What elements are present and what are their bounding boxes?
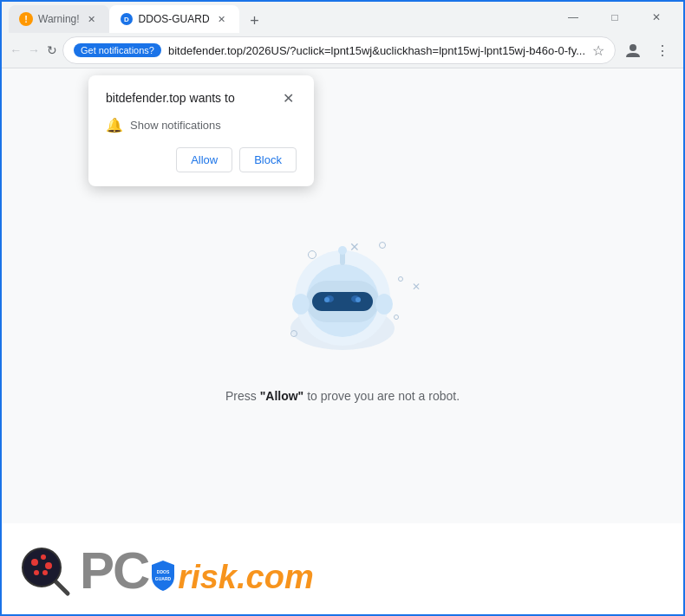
tab-warning-close[interactable]: ✕ <box>85 12 99 26</box>
profile-button[interactable] <box>619 36 647 64</box>
popup-header: bitdefender.top wants to ✕ <box>106 89 297 107</box>
svg-line-16 <box>54 580 68 593</box>
caption-suffix: to prove you are not a robot. <box>303 389 460 403</box>
caption-bold: "Allow" <box>260 389 304 403</box>
title-bar: ! Warning! ✕ D DDOS-GUARD ✕ + — □ ✕ <box>2 2 683 33</box>
back-button[interactable]: ← <box>9 36 23 64</box>
svg-text:DDOS: DDOS <box>157 569 170 574</box>
robot-illustration: ✕ ✕ <box>256 233 429 372</box>
maximize-button[interactable]: □ <box>595 3 635 31</box>
ddos-favicon-icon: D <box>120 12 134 26</box>
risk-text: risk <box>178 561 237 593</box>
tab-ddos[interactable]: D DDOS-GUARD ✕ <box>109 5 239 33</box>
tab-strip: ! Warning! ✕ D DDOS-GUARD ✕ + <box>9 2 553 33</box>
svg-point-21 <box>34 570 39 575</box>
tab-ddos-title: DDOS-GUARD <box>139 13 210 25</box>
menu-dots-icon: ⋮ <box>656 42 669 59</box>
profile-icon <box>624 42 642 59</box>
popup-notification-label: Show notifications <box>130 119 221 132</box>
tab-warning[interactable]: ! Warning! ✕ <box>9 5 109 33</box>
svg-point-22 <box>42 570 48 575</box>
block-button[interactable]: Block <box>239 147 297 172</box>
menu-button[interactable]: ⋮ <box>649 36 676 64</box>
svg-point-17 <box>23 548 61 587</box>
robot-svg <box>256 233 429 372</box>
svg-text:D: D <box>124 16 129 23</box>
svg-point-11 <box>356 297 361 302</box>
svg-point-10 <box>324 297 329 302</box>
svg-point-19 <box>41 554 46 560</box>
window-controls: — □ ✕ <box>553 3 676 31</box>
refresh-button[interactable]: ↻ <box>44 36 59 64</box>
svg-point-18 <box>31 559 38 566</box>
address-bar: ← → ↻ Get notifications? bitdefender.top… <box>2 33 683 68</box>
deco-x1: ✕ <box>349 240 360 254</box>
omnibox[interactable]: Get notifications? bitdefender.top/2026U… <box>62 36 616 64</box>
tab-warning-title: Warning! <box>38 13 80 25</box>
svg-point-20 <box>45 562 52 569</box>
url-display: bitdefender.top/2026US/?uclick=lpnt15wj&… <box>168 44 585 57</box>
svg-text:GUARD: GUARD <box>155 576 172 581</box>
pcrisk-logo: PC DDOS GUARD risk .com <box>2 523 683 616</box>
svg-point-14 <box>292 294 310 314</box>
caption-text: Press <box>225 389 260 403</box>
page-content: bitdefender.top wants to ✕ 🔔 Show notifi… <box>2 68 683 616</box>
pc-letters: PC <box>80 545 148 597</box>
ddos-shield-icon: DDOS GUARD <box>150 559 176 592</box>
bell-icon: 🔔 <box>106 117 123 133</box>
bookmark-star-icon[interactable]: ☆ <box>592 42 604 59</box>
forward-button[interactable]: → <box>27 36 42 64</box>
dot-com-text: .com <box>237 559 314 596</box>
svg-point-2 <box>630 44 636 51</box>
popup-title: bitdefender.top wants to <box>106 91 235 105</box>
tab-ddos-close[interactable]: ✕ <box>215 12 229 26</box>
svg-point-15 <box>375 294 393 314</box>
new-tab-button[interactable]: + <box>243 9 267 33</box>
warning-favicon-icon: ! <box>19 12 33 26</box>
allow-button[interactable]: Allow <box>176 147 232 172</box>
popup-buttons: Allow Block <box>106 147 297 172</box>
toolbar-icons: ⋮ <box>619 36 676 64</box>
notification-badge[interactable]: Get notifications? <box>74 43 161 57</box>
svg-rect-7 <box>312 292 373 311</box>
deco-x2: ✕ <box>412 281 421 293</box>
browser-chrome: ! Warning! ✕ D DDOS-GUARD ✕ + — □ ✕ <box>2 2 683 68</box>
popup-close-button[interactable]: ✕ <box>279 89 297 107</box>
pcrisk-icon <box>19 545 71 597</box>
svg-point-13 <box>338 246 347 255</box>
minimize-button[interactable]: — <box>553 3 593 31</box>
robot-caption: Press "Allow" to prove you are not a rob… <box>225 389 460 403</box>
notification-popup: bitdefender.top wants to ✕ 🔔 Show notifi… <box>88 75 314 186</box>
pcrisk-text: PC DDOS GUARD risk .com <box>80 545 314 597</box>
close-button[interactable]: ✕ <box>636 3 676 31</box>
popup-notification-row: 🔔 Show notifications <box>106 117 297 133</box>
